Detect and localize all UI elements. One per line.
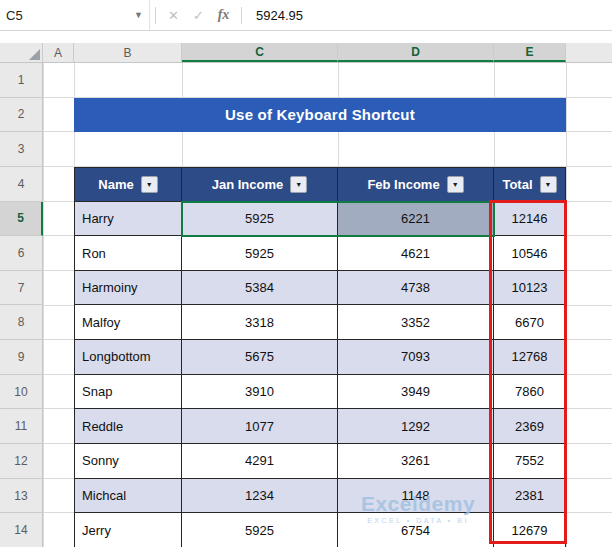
cell-jan-income[interactable]: 5925 <box>182 236 338 271</box>
cell-total[interactable]: 12146 <box>494 202 566 237</box>
table-header-name-label: Name <box>98 177 133 192</box>
formula-bar-divider <box>155 7 156 24</box>
cell-jan-income[interactable]: 3910 <box>182 375 338 410</box>
cell-total[interactable]: 12679 <box>494 513 566 547</box>
cell-jan-income[interactable]: 1077 <box>182 409 338 444</box>
cell-feb-income[interactable]: 1292 <box>338 409 494 444</box>
cell-jan-income[interactable]: 5925 <box>182 513 338 547</box>
data-table: Name Jan Income Feb Income Total Harry <box>74 167 566 547</box>
row-header[interactable]: 3 <box>0 132 43 167</box>
cell-total[interactable]: 10123 <box>494 271 566 306</box>
row-header[interactable]: 8 <box>0 305 43 340</box>
cell-name[interactable]: Longbottom <box>74 340 182 375</box>
filter-icon[interactable] <box>290 176 307 193</box>
filter-icon[interactable] <box>141 176 158 193</box>
active-cell-c5[interactable]: 5925 <box>182 202 338 237</box>
row-header[interactable]: 1 <box>0 63 43 98</box>
cell-total[interactable]: 2381 <box>494 479 566 514</box>
formula-bar: C5 ✕ ✓ fx 5924.95 <box>0 0 612 31</box>
column-header-empty <box>566 43 612 62</box>
cell-name[interactable]: Ron <box>74 236 182 271</box>
selected-cell-d5[interactable]: 6221 <box>338 202 494 237</box>
column-header-b[interactable]: B <box>74 43 182 62</box>
row-header[interactable]: 12 <box>0 444 43 479</box>
cell-total[interactable]: 7552 <box>494 444 566 479</box>
excel-window: C5 ✕ ✓ fx 5924.95 A B C D E 1 2 3 4 5 6 … <box>0 0 612 547</box>
table-header-jan-income[interactable]: Jan Income <box>182 167 338 202</box>
filter-icon[interactable] <box>540 176 557 193</box>
table-header-jan-label: Jan Income <box>212 177 284 192</box>
cell-jan-income[interactable]: 1234 <box>182 479 338 514</box>
column-header-e[interactable]: E <box>494 43 566 62</box>
row-header[interactable]: 6 <box>0 236 43 271</box>
table-header-total-label: Total <box>502 177 532 192</box>
select-all-corner[interactable] <box>0 43 43 62</box>
cell-total[interactable]: 2369 <box>494 409 566 444</box>
column-header-d[interactable]: D <box>338 43 494 62</box>
cell-name[interactable]: Reddle <box>74 409 182 444</box>
insert-function-icon[interactable]: fx <box>211 7 236 23</box>
name-box-value: C5 <box>6 8 23 23</box>
row-header[interactable]: 14 <box>0 513 43 547</box>
column-header-c[interactable]: C <box>182 43 338 62</box>
row-header[interactable]: 2 <box>0 98 43 133</box>
row-headers: 1 2 3 4 5 6 7 8 9 10 11 12 13 14 <box>0 63 43 547</box>
cell-jan-income[interactable]: 4291 <box>182 444 338 479</box>
name-box[interactable]: C5 <box>0 0 150 30</box>
table-row: Snap 3910 3949 7860 <box>74 375 566 410</box>
row-header[interactable]: 9 <box>0 340 43 375</box>
cell-name[interactable]: Harry <box>74 202 182 237</box>
title-banner[interactable]: Use of Keyboard Shortcut <box>74 98 566 133</box>
table-row: Longbottom 5675 7093 12768 <box>74 340 566 375</box>
cell-feb-income[interactable]: 1148 <box>338 479 494 514</box>
cell-jan-income[interactable]: 5384 <box>182 271 338 306</box>
row-header-selected[interactable]: 5 <box>0 202 43 237</box>
cell-feb-income[interactable]: 4621 <box>338 236 494 271</box>
table-row: Sonny 4291 3261 7552 <box>74 444 566 479</box>
table-header-row: Name Jan Income Feb Income Total <box>74 167 566 202</box>
cell-feb-income[interactable]: 3352 <box>338 305 494 340</box>
select-all-icon <box>29 49 40 60</box>
cell-feb-income[interactable]: 4738 <box>338 271 494 306</box>
cell-name[interactable]: Michcal <box>74 479 182 514</box>
filter-icon[interactable] <box>447 176 464 193</box>
cell-feb-income[interactable]: 6754 <box>338 513 494 547</box>
cell-jan-income[interactable]: 5675 <box>182 340 338 375</box>
enter-icon[interactable]: ✓ <box>186 8 211 23</box>
cell-total[interactable]: 10546 <box>494 236 566 271</box>
sheet-grid: 1 2 3 4 5 6 7 8 9 10 11 12 13 14 Use of … <box>0 63 612 547</box>
table-header-total[interactable]: Total <box>494 167 566 202</box>
table-row: Harmoiny 5384 4738 10123 <box>74 271 566 306</box>
cell-feb-income[interactable]: 3261 <box>338 444 494 479</box>
table-row: Malfoy 3318 3352 6670 <box>74 305 566 340</box>
cell-name[interactable]: Jerry <box>74 513 182 547</box>
cell-total[interactable]: 6670 <box>494 305 566 340</box>
cell-jan-income[interactable]: 3318 <box>182 305 338 340</box>
cell-feb-income[interactable]: 3949 <box>338 375 494 410</box>
table-header-name[interactable]: Name <box>74 167 182 202</box>
cell-total[interactable]: 7860 <box>494 375 566 410</box>
table-header-feb-income[interactable]: Feb Income <box>338 167 494 202</box>
table-row: Jerry 5925 6754 12679 <box>74 513 566 547</box>
cell-name[interactable]: Snap <box>74 375 182 410</box>
row-header[interactable]: 11 <box>0 409 43 444</box>
table-row: Reddle 1077 1292 2369 <box>74 409 566 444</box>
row-header[interactable]: 10 <box>0 375 43 410</box>
formula-bar-gap <box>0 31 612 43</box>
cell-name[interactable]: Sonny <box>74 444 182 479</box>
table-row: Harry 5925 6221 12146 <box>74 202 566 237</box>
row-header[interactable]: 7 <box>0 271 43 306</box>
column-headers: A B C D E <box>0 43 612 63</box>
cell-total[interactable]: 12768 <box>494 340 566 375</box>
column-header-a[interactable]: A <box>43 43 74 62</box>
formula-input[interactable]: 5924.95 <box>247 8 612 23</box>
table-row: Michcal 1234 1148 2381 <box>74 479 566 514</box>
table-header-feb-label: Feb Income <box>367 177 439 192</box>
cancel-icon[interactable]: ✕ <box>161 8 186 23</box>
row-header[interactable]: 13 <box>0 479 43 514</box>
row-header[interactable]: 4 <box>0 167 43 202</box>
cell-name[interactable]: Harmoiny <box>74 271 182 306</box>
cell-feb-income[interactable]: 7093 <box>338 340 494 375</box>
cell-name[interactable]: Malfoy <box>74 305 182 340</box>
name-box-dropdown-icon[interactable] <box>134 10 143 20</box>
